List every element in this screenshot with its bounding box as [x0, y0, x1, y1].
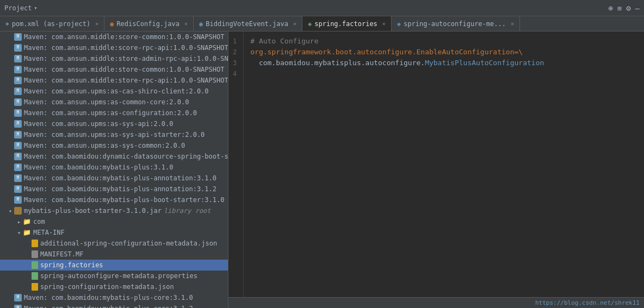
- tree-item-label: com: [33, 218, 45, 225]
- file-green-icon: [32, 261, 38, 269]
- tree-item-label: Maven: com.ansun.middle:store-rpc-api:1.…: [24, 77, 228, 84]
- tree-item[interactable]: mybatis-plus-boot-starter-3.1.0.jar libr…: [0, 205, 228, 216]
- tree-arrow[interactable]: [7, 131, 14, 139]
- tree-item[interactable]: additional-spring-configuration-metadata…: [0, 238, 228, 249]
- tab-factories-close[interactable]: ✕: [382, 21, 386, 27]
- tree-item[interactable]: MMaven: com.baomidou:mybatis-plus:3.1.0: [0, 162, 228, 173]
- tree-arrow[interactable]: [24, 250, 32, 258]
- tree-arrow[interactable]: [7, 153, 14, 160]
- tree-item[interactable]: MMaven: com.ansun.upms:as-sys-common:2.0…: [0, 140, 228, 151]
- pom-icon: ◈: [5, 20, 9, 27]
- maven-icon: M: [14, 55, 22, 62]
- maven-icon: M: [14, 142, 22, 149]
- tab-factories[interactable]: ◈ spring.factories ✕: [302, 16, 392, 31]
- tree-item[interactable]: 📁com: [0, 216, 228, 227]
- tree-arrow[interactable]: [7, 185, 14, 193]
- tree-arrow[interactable]: [24, 261, 32, 269]
- code-line-3: com.baomidou.mybatisplus.autoconfigure.M…: [250, 58, 637, 68]
- maven-icon: M: [14, 98, 22, 106]
- tree-item-label: mybatis-plus-boot-starter-3.1.0.jar: [24, 207, 162, 215]
- maven-icon: M: [14, 164, 22, 171]
- main-layout: MMaven: com.ansun.middle:score-common:1.…: [0, 32, 644, 308]
- tab-autoconfigure[interactable]: ◈ spring-autoconfigure-me... ✕: [392, 16, 520, 31]
- tree-item[interactable]: MMaven: com.ansun.middle:score-common:1.…: [0, 32, 228, 42]
- tree-item[interactable]: spring.factories: [0, 260, 228, 271]
- maven-icon: M: [14, 66, 22, 73]
- minimize-icon[interactable]: —: [635, 4, 640, 12]
- maven-icon: M: [14, 185, 22, 193]
- tree-item[interactable]: spring-autoconfigure-metadata.properties: [0, 271, 228, 281]
- tree-item[interactable]: MANIFEST.MF: [0, 249, 228, 260]
- tree-arrow[interactable]: [7, 164, 14, 171]
- tree-arrow[interactable]: [15, 218, 23, 225]
- tab-autoconfigure-close[interactable]: ✕: [511, 21, 514, 27]
- tree-item[interactable]: MMaven: com.ansun.middle:store-common:1.…: [0, 64, 228, 75]
- tree-item[interactable]: MMaven: com.ansun.upms:as-sys-api:2.0.0: [0, 118, 228, 129]
- line-numbers: 1 2 3 4: [228, 32, 244, 297]
- editor-content: 1 2 3 4 # Auto Configure org.springframe…: [228, 32, 644, 297]
- tab-redis[interactable]: ◉ RedisConfig.java ✕: [104, 16, 194, 31]
- tree-arrow[interactable]: [7, 55, 14, 62]
- editor-area: 1 2 3 4 # Auto Configure org.springframe…: [228, 32, 644, 308]
- tree-item[interactable]: MMaven: com.ansun.upms:as-configuration:…: [0, 108, 228, 118]
- tree-arrow[interactable]: [15, 229, 23, 236]
- tree-item[interactable]: MMaven: com.ansun.upms:as-common-core:2.…: [0, 97, 228, 108]
- tree-item[interactable]: MMaven: com.baomidou:dynamic-datasource-…: [0, 151, 228, 162]
- tree-arrow[interactable]: [7, 87, 14, 95]
- tab-pom-close[interactable]: ✕: [95, 21, 98, 27]
- tree-item[interactable]: 📁META-INF: [0, 227, 228, 238]
- tree-arrow[interactable]: [7, 66, 14, 73]
- tree-arrow[interactable]: [7, 207, 14, 215]
- json-icon: [32, 283, 38, 291]
- maven-icon: M: [14, 294, 22, 301]
- tree-arrow[interactable]: [7, 120, 14, 128]
- tree-item[interactable]: MMaven: com.baomidou:mybatis-plus-boot-s…: [0, 194, 228, 205]
- tree-item[interactable]: MMaven: com.baomidou:mybatis-plus-annota…: [0, 173, 228, 184]
- project-dropdown-arrow[interactable]: ▾: [34, 5, 38, 11]
- tree-item-label: Maven: com.baomidou:mybatis-plus-annotat…: [24, 185, 216, 193]
- url-bar: https://blog.csdn.net/shrek11: [228, 297, 644, 308]
- maven-icon: M: [14, 305, 22, 308]
- tree-arrow[interactable]: [7, 305, 14, 308]
- layout-icon[interactable]: ≡: [617, 4, 622, 12]
- tree-arrow[interactable]: [7, 98, 14, 106]
- autoconfigure-icon: ◈: [397, 20, 401, 28]
- tree-item[interactable]: MMaven: com.baomidou:mybatis-plus-core:3…: [0, 292, 228, 303]
- globe-icon[interactable]: ⊕: [608, 4, 612, 12]
- tree-arrow[interactable]: [24, 240, 32, 247]
- maven-icon: M: [14, 44, 22, 52]
- tree-arrow[interactable]: [24, 283, 32, 291]
- tree-item[interactable]: MMaven: com.ansun.upms:as-cas-shiro-clie…: [0, 86, 228, 97]
- tab-bidding-close[interactable]: ✕: [293, 21, 296, 27]
- tree-item[interactable]: MMaven: com.baomidou:mybatis-plus-annota…: [0, 184, 228, 194]
- tab-pom[interactable]: ◈ pom.xml (as-project) ✕: [0, 16, 104, 31]
- tree-item[interactable]: spring-configuration-metadata.json: [0, 281, 228, 292]
- tree-arrow[interactable]: [7, 196, 14, 204]
- tree-item[interactable]: MMaven: com.ansun.middle:store-admin-rpc…: [0, 53, 228, 64]
- maven-icon: M: [14, 77, 22, 84]
- tree-item[interactable]: MMaven: com.ansun.middle:score-rpc-api:1…: [0, 42, 228, 53]
- tree-arrow[interactable]: [7, 142, 14, 149]
- tree-item[interactable]: MMaven: com.ansun.middle:store-rpc-api:1…: [0, 75, 228, 86]
- tree-item-label: Maven: com.ansun.upms:as-sys-common:2.0.…: [24, 142, 185, 149]
- gear-icon[interactable]: ⚙: [626, 4, 630, 12]
- tree-arrow[interactable]: [7, 77, 14, 84]
- tree-arrow[interactable]: [7, 33, 14, 41]
- tree-item[interactable]: MMaven: com.ansun.upms:as-sys-api-starte…: [0, 129, 228, 140]
- code-editor[interactable]: # Auto Configure org.springframework.boo…: [244, 32, 644, 297]
- tree-item-label: Maven: com.ansun.upms:as-configuration:2…: [24, 109, 197, 117]
- tree-arrow[interactable]: [7, 44, 14, 52]
- tab-pom-label: pom.xml (as-project): [12, 20, 91, 28]
- tree-item-label: spring-configuration-metadata.json: [40, 283, 174, 291]
- tree-item-label: Maven: com.ansun.upms:as-common-core:2.0…: [24, 98, 189, 106]
- tree-item-label: Maven: com.baomidou:dynamic-datasource-s…: [24, 153, 228, 160]
- tree-arrow[interactable]: [7, 109, 14, 117]
- tree-item[interactable]: MMaven: com.baomidou:mybatis-plus-core:3…: [0, 303, 228, 308]
- tree-item-label: additional-spring-configuration-metadata…: [40, 240, 217, 247]
- tab-bidding[interactable]: ◉ BiddingVoteEvent.java ✕: [194, 16, 302, 31]
- tree-arrow[interactable]: [7, 174, 14, 182]
- tree-item-label: Maven: com.baomidou:mybatis-plus:3.1.0: [24, 164, 174, 171]
- tree-arrow[interactable]: [24, 272, 32, 280]
- tab-redis-close[interactable]: ✕: [184, 21, 188, 27]
- tree-arrow[interactable]: [7, 294, 14, 301]
